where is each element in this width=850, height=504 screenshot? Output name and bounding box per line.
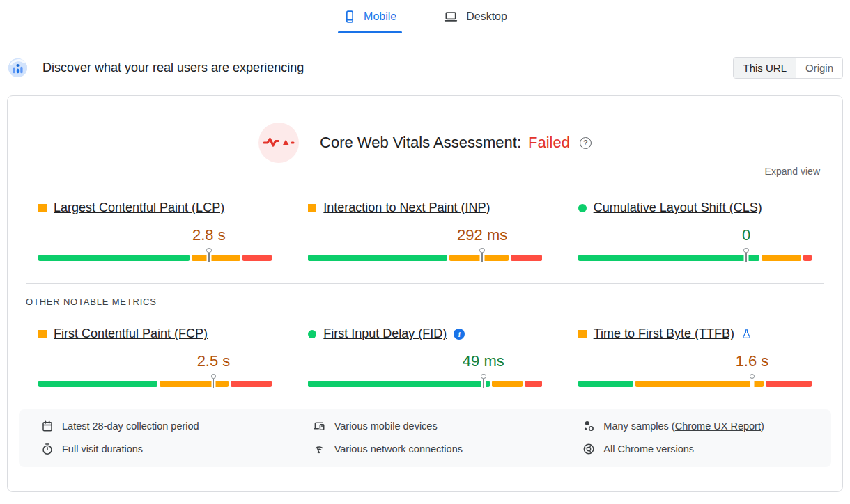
expand-view-link[interactable]: Expand view bbox=[765, 166, 820, 177]
metric-value: 1.6 s bbox=[736, 352, 769, 370]
scope-toggle: This URL Origin bbox=[733, 57, 843, 79]
metric-value: 292 ms bbox=[457, 226, 507, 244]
info-icon[interactable]: i bbox=[454, 329, 465, 340]
device-tabs: Mobile Desktop bbox=[0, 0, 850, 39]
metric-value: 2.5 s bbox=[197, 352, 231, 370]
data-collection-info-panel: Latest 28-day collection period Full vis… bbox=[19, 409, 831, 467]
bar-ni-segment bbox=[635, 381, 764, 387]
network-check-icon bbox=[312, 443, 326, 455]
samples-label: Many samples (Chrome UX Report) bbox=[603, 420, 764, 432]
metric-card: Largest Contentful Paint (LCP) 2.8 s bbox=[38, 200, 272, 262]
devices-label: Various mobile devices bbox=[334, 420, 438, 432]
metric-link[interactable]: Cumulative Layout Shift (CLS) bbox=[594, 200, 762, 215]
help-icon[interactable]: ? bbox=[580, 137, 592, 149]
connections-item: Various network connections bbox=[312, 443, 561, 455]
tab-active-underline bbox=[338, 31, 402, 33]
bar-good-segment bbox=[38, 255, 190, 261]
metric-card: Interaction to Next Paint (INP) 292 ms bbox=[308, 200, 541, 262]
bar-poor-segment bbox=[511, 255, 541, 261]
devices-icon bbox=[312, 420, 326, 432]
metric-distribution-bar bbox=[308, 255, 541, 261]
bar-poor-segment bbox=[766, 381, 812, 387]
tab-desktop[interactable]: Desktop bbox=[435, 6, 514, 31]
bar-poor-segment bbox=[525, 381, 542, 387]
metric-card: Time to First Byte (TTFB) 1.6 s bbox=[578, 326, 812, 388]
field-data-header: Discover what your real users are experi… bbox=[8, 57, 843, 79]
bar-good-segment bbox=[578, 381, 633, 387]
metric-rating-bullet bbox=[578, 330, 587, 338]
cwv-assessment-header: Core Web Vitals Assessment: Failed ? bbox=[8, 123, 842, 163]
field-data-card: Core Web Vitals Assessment: Failed ? Exp… bbox=[7, 95, 843, 492]
collection-period-item: Latest 28-day collection period bbox=[41, 420, 290, 432]
bar-poor-segment bbox=[231, 381, 272, 387]
samples-item: Many samples (Chrome UX Report) bbox=[582, 420, 831, 432]
metric-distribution-bar bbox=[308, 381, 541, 387]
section-divider bbox=[26, 283, 824, 284]
origin-button[interactable]: Origin bbox=[796, 58, 842, 78]
metric-value: 2.8 s bbox=[192, 226, 226, 244]
bar-ni-segment bbox=[449, 255, 509, 261]
chrome-versions-item: All Chrome versions bbox=[582, 443, 831, 455]
visit-durations-label: Full visit durations bbox=[62, 443, 143, 455]
metric-link[interactable]: Interaction to Next Paint (INP) bbox=[323, 200, 490, 215]
other-metrics-grid: First Contentful Paint (FCP) 2.5 s bbox=[8, 326, 842, 388]
cwv-assessment-label: Core Web Vitals Assessment: bbox=[320, 134, 521, 152]
bar-ni-segment bbox=[192, 255, 240, 261]
page-title: Discover what your real users are experi… bbox=[42, 61, 304, 75]
bar-ni-segment bbox=[492, 381, 523, 387]
bar-good-segment bbox=[578, 255, 759, 261]
this-url-button[interactable]: This URL bbox=[734, 58, 796, 78]
core-metrics-grid: Largest Contentful Paint (LCP) 2.8 s bbox=[8, 200, 842, 262]
metric-link[interactable]: Largest Contentful Paint (LCP) bbox=[54, 200, 224, 215]
chrome-versions-label: All Chrome versions bbox=[603, 443, 694, 455]
metric-rating-bullet bbox=[578, 204, 587, 212]
smartphone-icon bbox=[343, 10, 357, 24]
samples-dots-icon bbox=[582, 420, 595, 432]
metric-value: 49 ms bbox=[463, 352, 504, 370]
metric-rating-bullet bbox=[308, 330, 316, 338]
tab-mobile[interactable]: Mobile bbox=[336, 6, 403, 33]
metric-distribution-bar bbox=[38, 255, 272, 261]
metric-distribution-bar bbox=[578, 381, 812, 387]
metric-rating-bullet bbox=[308, 204, 316, 212]
metric-distribution-bar bbox=[38, 381, 272, 387]
stopwatch-icon bbox=[41, 443, 54, 455]
cwv-assessment-status: Failed bbox=[528, 134, 570, 152]
metric-distribution-bar bbox=[578, 255, 812, 261]
devices-item: Various mobile devices bbox=[312, 420, 561, 432]
bar-poor-segment bbox=[803, 255, 812, 261]
calendar-icon bbox=[41, 420, 54, 432]
metric-card: First Contentful Paint (FCP) 2.5 s bbox=[38, 326, 272, 388]
connections-label: Various network connections bbox=[334, 443, 463, 455]
bar-ni-segment bbox=[762, 255, 802, 261]
collection-period-label: Latest 28-day collection period bbox=[62, 420, 199, 432]
metric-rating-bullet bbox=[38, 330, 47, 338]
metric-link[interactable]: First Contentful Paint (FCP) bbox=[54, 326, 208, 341]
bar-poor-segment bbox=[242, 255, 272, 261]
tab-desktop-label: Desktop bbox=[466, 10, 507, 23]
other-metrics-heading: OTHER NOTABLE METRICS bbox=[26, 297, 842, 307]
metric-link[interactable]: First Input Delay (FID) bbox=[323, 326, 447, 341]
chrome-icon bbox=[582, 443, 595, 455]
bar-ni-segment bbox=[160, 381, 229, 387]
crux-report-link[interactable]: Chrome UX Report bbox=[675, 420, 761, 432]
metric-link[interactable]: Time to First Byte (TTFB) bbox=[594, 326, 734, 341]
metric-value: 0 bbox=[742, 226, 750, 244]
bar-good-segment bbox=[308, 381, 489, 387]
experimental-flask-icon[interactable] bbox=[741, 328, 752, 340]
bar-good-segment bbox=[38, 381, 157, 387]
tab-mobile-label: Mobile bbox=[364, 10, 396, 23]
laptop-icon bbox=[442, 10, 459, 24]
metric-rating-bullet bbox=[38, 204, 47, 212]
metric-card: Cumulative Layout Shift (CLS) 0 bbox=[578, 200, 812, 262]
metric-card: First Input Delay (FID) i 49 ms bbox=[308, 326, 541, 388]
visit-durations-item: Full visit durations bbox=[41, 443, 290, 455]
pulse-icon bbox=[258, 123, 299, 163]
crux-logo-icon bbox=[8, 58, 27, 77]
bar-good-segment bbox=[308, 255, 447, 261]
